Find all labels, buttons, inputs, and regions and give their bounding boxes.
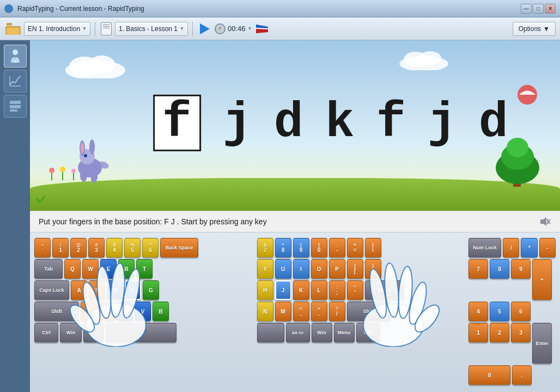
key-i[interactable]: I bbox=[293, 259, 309, 279]
key-shift-right[interactable]: Shift bbox=[347, 302, 391, 321]
key-bracket-close[interactable]: }] bbox=[365, 259, 381, 279]
lesson-dropdown[interactable]: 1. Basics - Lesson 1 ▼ bbox=[115, 22, 188, 36]
key-capslock[interactable]: Caps Lock bbox=[34, 280, 69, 300]
key-t[interactable]: T bbox=[136, 259, 153, 279]
key-m[interactable]: M bbox=[275, 302, 291, 321]
numpad-2[interactable]: 2 bbox=[490, 323, 509, 342]
key-enter[interactable]: Enter bbox=[365, 280, 404, 300]
key-menu[interactable]: Menu bbox=[334, 323, 355, 342]
key-h[interactable]: H bbox=[257, 280, 273, 300]
svg-marker-2 bbox=[256, 29, 268, 33]
key-p[interactable]: P bbox=[329, 259, 345, 279]
key-tab[interactable]: Tab bbox=[34, 259, 63, 279]
minimize-button[interactable]: — bbox=[521, 4, 532, 14]
key-equals[interactable]: += bbox=[347, 238, 363, 258]
key-minus[interactable]: _- bbox=[329, 238, 345, 258]
key-5[interactable]: %5 bbox=[124, 238, 141, 258]
timer-group[interactable]: ⏱ 00:46 ▼ bbox=[215, 23, 252, 34]
key-g[interactable]: G bbox=[143, 280, 159, 300]
key-0[interactable]: )0 bbox=[311, 238, 327, 258]
numpad-6[interactable]: 6 bbox=[511, 302, 531, 321]
numpad-7[interactable]: 7 bbox=[468, 259, 488, 279]
key-e[interactable]: E bbox=[100, 259, 117, 279]
maximize-button[interactable]: □ bbox=[533, 4, 544, 14]
key-win-left[interactable]: Win bbox=[60, 323, 82, 342]
key-slash[interactable]: ?/ bbox=[329, 302, 345, 321]
sound-button[interactable] bbox=[538, 215, 551, 228]
numpad-0[interactable]: 0 bbox=[468, 365, 510, 385]
key-v[interactable]: V bbox=[135, 302, 151, 321]
key-comma[interactable]: <, bbox=[293, 302, 309, 321]
scene: f j d k f j d bbox=[30, 40, 560, 211]
key-backslash[interactable]: |\ bbox=[365, 238, 381, 258]
key-3[interactable]: #3 bbox=[88, 238, 105, 258]
numpad-5[interactable]: 5 bbox=[490, 302, 509, 321]
key-d[interactable]: D bbox=[107, 280, 123, 300]
key-n[interactable]: N bbox=[257, 302, 273, 321]
key-8[interactable]: *8 bbox=[275, 238, 291, 258]
numpad-8[interactable]: 8 bbox=[490, 259, 509, 279]
key-o[interactable]: O bbox=[311, 259, 327, 279]
numpad-dot[interactable]: . bbox=[512, 365, 532, 385]
key-w[interactable]: W bbox=[82, 259, 99, 279]
options-label: Options bbox=[519, 25, 541, 33]
key-l[interactable]: L bbox=[311, 280, 327, 300]
key-x[interactable]: X bbox=[99, 302, 115, 321]
numpad-numlock[interactable]: Num Lock bbox=[468, 238, 501, 258]
key-row-2-right: Y U I O P {[ }] bbox=[257, 259, 465, 279]
letter-5: f bbox=[376, 98, 406, 147]
key-shift-left[interactable]: Shift bbox=[34, 302, 79, 321]
sidebar-item-lessons[interactable] bbox=[4, 95, 27, 118]
numpad-plus[interactable]: + bbox=[532, 259, 552, 300]
key-semicolon[interactable]: :; bbox=[329, 280, 345, 300]
key-ctrl-right[interactable]: Ctrl bbox=[356, 323, 380, 342]
key-6[interactable]: ^6 bbox=[142, 238, 159, 258]
numpad-asterisk[interactable]: * bbox=[521, 238, 537, 258]
numpad-9[interactable]: 9 bbox=[511, 259, 531, 279]
key-backspace[interactable]: Back Space bbox=[160, 238, 198, 258]
key-y[interactable]: Y bbox=[257, 259, 273, 279]
key-alt-left[interactable]: Alt bbox=[83, 323, 104, 342]
key-q[interactable]: Q bbox=[64, 259, 81, 279]
key-tilde[interactable]: ~` bbox=[34, 238, 51, 258]
key-bracket-open[interactable]: {[ bbox=[347, 259, 363, 279]
key-space-right[interactable] bbox=[257, 323, 284, 342]
key-ctrl-left[interactable]: Ctrl bbox=[34, 323, 58, 342]
key-row-3: Caps Lock A S D F G bbox=[34, 280, 242, 300]
key-r[interactable]: R bbox=[118, 259, 135, 279]
key-space-left[interactable] bbox=[106, 323, 176, 342]
options-button[interactable]: Options ▼ bbox=[513, 22, 556, 36]
key-win-right[interactable]: Win bbox=[312, 323, 332, 342]
numpad-1[interactable]: 1 bbox=[468, 323, 488, 342]
key-b[interactable]: B bbox=[153, 302, 169, 321]
numpad-enter[interactable]: Enter bbox=[532, 323, 552, 364]
sidebar-item-progress[interactable] bbox=[4, 70, 27, 93]
key-z[interactable]: Z bbox=[81, 302, 97, 321]
key-1[interactable]: !1 bbox=[52, 238, 69, 258]
key-f[interactable]: F bbox=[125, 280, 141, 300]
key-a[interactable]: A bbox=[71, 280, 87, 300]
key-period[interactable]: >. bbox=[311, 302, 327, 321]
key-quote[interactable]: "' bbox=[347, 280, 363, 300]
instruction-bar: Put your fingers in the base position: F… bbox=[30, 211, 560, 232]
key-k[interactable]: K bbox=[293, 280, 309, 300]
play-button[interactable] bbox=[197, 21, 212, 36]
key-u[interactable]: U bbox=[275, 259, 291, 279]
key-9[interactable]: (9 bbox=[293, 238, 309, 258]
key-j[interactable]: J bbox=[275, 280, 291, 300]
key-ampersand[interactable]: &7 bbox=[257, 238, 273, 258]
sidebar-item-student[interactable] bbox=[4, 45, 27, 68]
sound-icon bbox=[539, 216, 551, 228]
key-c[interactable]: C bbox=[117, 302, 133, 321]
close-button[interactable]: ✕ bbox=[545, 4, 556, 14]
key-2[interactable]: @2 bbox=[70, 238, 87, 258]
numpad-slash[interactable]: / bbox=[503, 238, 519, 258]
key-altgr[interactable]: Alt Gr bbox=[286, 323, 310, 342]
key-row-5-right: Alt Gr Win Menu Ctrl bbox=[257, 323, 465, 342]
numpad-minus[interactable]: - bbox=[539, 238, 556, 258]
key-4[interactable]: $4 bbox=[106, 238, 123, 258]
key-s[interactable]: S bbox=[89, 280, 105, 300]
course-dropdown[interactable]: EN 1. Introduction ▼ bbox=[24, 22, 90, 36]
numpad-3[interactable]: 3 bbox=[511, 323, 531, 342]
numpad-4[interactable]: 4 bbox=[468, 302, 488, 321]
